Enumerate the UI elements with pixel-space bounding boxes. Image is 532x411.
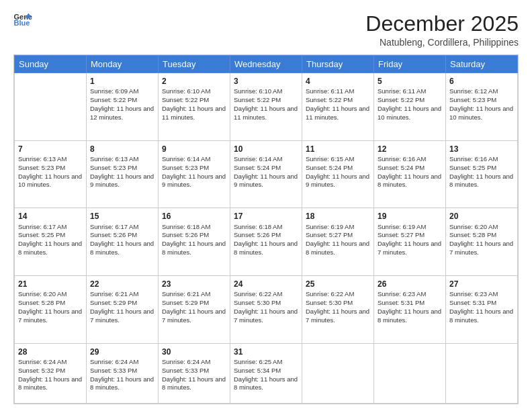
- table-row: 7Sunrise: 6:13 AMSunset: 5:23 PMDaylight…: [15, 140, 518, 208]
- day-number: 3: [234, 76, 298, 87]
- day-number: 2: [162, 76, 226, 87]
- day-info: Sunrise: 6:19 AMSunset: 5:27 PMDaylight:…: [306, 223, 370, 257]
- day-number: 31: [234, 347, 298, 357]
- day-number: 24: [234, 279, 298, 289]
- table-cell: 19Sunrise: 6:19 AMSunset: 5:27 PMDayligh…: [374, 208, 446, 276]
- table-cell: 14Sunrise: 6:17 AMSunset: 5:25 PMDayligh…: [15, 208, 87, 276]
- table-row: 21Sunrise: 6:20 AMSunset: 5:28 PMDayligh…: [15, 276, 518, 344]
- table-cell: 25Sunrise: 6:22 AMSunset: 5:30 PMDayligh…: [302, 276, 374, 344]
- day-number: 25: [306, 279, 370, 289]
- table-cell: 13Sunrise: 6:16 AMSunset: 5:25 PMDayligh…: [446, 140, 518, 208]
- day-number: 26: [378, 279, 442, 289]
- calendar-table: Sunday Monday Tuesday Wednesday Thursday…: [14, 55, 518, 404]
- day-info: Sunrise: 6:20 AMSunset: 5:28 PMDaylight:…: [449, 223, 514, 257]
- day-info: Sunrise: 6:23 AMSunset: 5:31 PMDaylight:…: [449, 290, 514, 324]
- table-cell: [15, 73, 87, 141]
- svg-text:Blue: Blue: [13, 19, 30, 27]
- day-number: 23: [162, 279, 226, 289]
- day-info: Sunrise: 6:22 AMSunset: 5:30 PMDaylight:…: [234, 290, 298, 324]
- day-info: Sunrise: 6:17 AMSunset: 5:25 PMDaylight:…: [18, 223, 83, 257]
- day-number: 22: [90, 279, 154, 289]
- day-number: 17: [234, 211, 298, 222]
- day-number: 16: [162, 211, 226, 222]
- col-monday: Monday: [87, 56, 159, 73]
- table-row: 14Sunrise: 6:17 AMSunset: 5:25 PMDayligh…: [15, 208, 518, 276]
- table-cell: 23Sunrise: 6:21 AMSunset: 5:29 PMDayligh…: [159, 276, 230, 344]
- day-number: 12: [378, 144, 442, 154]
- table-cell: 11Sunrise: 6:15 AMSunset: 5:24 PMDayligh…: [302, 140, 374, 208]
- table-cell: 20Sunrise: 6:20 AMSunset: 5:28 PMDayligh…: [446, 208, 518, 276]
- table-cell: 15Sunrise: 6:17 AMSunset: 5:26 PMDayligh…: [87, 208, 159, 276]
- day-number: 28: [18, 347, 83, 357]
- table-cell: [374, 343, 446, 403]
- day-info: Sunrise: 6:25 AMSunset: 5:34 PMDaylight:…: [234, 358, 298, 392]
- day-info: Sunrise: 6:22 AMSunset: 5:30 PMDaylight:…: [306, 290, 370, 324]
- table-cell: 18Sunrise: 6:19 AMSunset: 5:27 PMDayligh…: [302, 208, 374, 276]
- day-info: Sunrise: 6:24 AMSunset: 5:33 PMDaylight:…: [90, 358, 154, 392]
- table-cell: 22Sunrise: 6:21 AMSunset: 5:29 PMDayligh…: [87, 276, 159, 344]
- day-info: Sunrise: 6:16 AMSunset: 5:25 PMDaylight:…: [449, 155, 514, 189]
- day-number: 5: [378, 76, 442, 87]
- day-info: Sunrise: 6:17 AMSunset: 5:26 PMDaylight:…: [90, 223, 154, 257]
- day-info: Sunrise: 6:19 AMSunset: 5:27 PMDaylight:…: [378, 223, 442, 257]
- day-info: Sunrise: 6:10 AMSunset: 5:22 PMDaylight:…: [162, 87, 226, 122]
- table-cell: 28Sunrise: 6:24 AMSunset: 5:32 PMDayligh…: [15, 343, 87, 403]
- title-block: December 2025 Natubleng, Cordillera, Phi…: [365, 12, 519, 48]
- day-number: 21: [18, 279, 83, 289]
- day-number: 8: [90, 144, 154, 154]
- table-cell: 24Sunrise: 6:22 AMSunset: 5:30 PMDayligh…: [230, 276, 302, 344]
- table-cell: 31Sunrise: 6:25 AMSunset: 5:34 PMDayligh…: [230, 343, 302, 403]
- day-number: 11: [306, 144, 370, 154]
- table-cell: 8Sunrise: 6:13 AMSunset: 5:23 PMDaylight…: [87, 140, 159, 208]
- day-number: 14: [18, 211, 83, 222]
- day-number: 9: [162, 144, 226, 154]
- logo-icon: General Blue: [13, 12, 32, 27]
- col-tuesday: Tuesday: [159, 56, 230, 73]
- day-info: Sunrise: 6:11 AMSunset: 5:22 PMDaylight:…: [378, 87, 442, 122]
- day-info: Sunrise: 6:13 AMSunset: 5:23 PMDaylight:…: [90, 155, 154, 189]
- table-cell: 4Sunrise: 6:11 AMSunset: 5:22 PMDaylight…: [302, 73, 374, 141]
- day-info: Sunrise: 6:21 AMSunset: 5:29 PMDaylight:…: [90, 290, 154, 324]
- col-sunday: Sunday: [15, 56, 87, 73]
- main-title: December 2025: [365, 12, 519, 36]
- day-number: 10: [234, 144, 298, 154]
- subtitle: Natubleng, Cordillera, Philippines: [365, 37, 519, 48]
- table-cell: 30Sunrise: 6:24 AMSunset: 5:33 PMDayligh…: [159, 343, 230, 403]
- table-row: 1Sunrise: 6:09 AMSunset: 5:22 PMDaylight…: [15, 73, 518, 141]
- day-number: 7: [18, 144, 83, 154]
- day-number: 6: [449, 76, 514, 87]
- table-row: 28Sunrise: 6:24 AMSunset: 5:32 PMDayligh…: [15, 343, 518, 403]
- day-number: 27: [449, 279, 514, 289]
- table-cell: 21Sunrise: 6:20 AMSunset: 5:28 PMDayligh…: [15, 276, 87, 344]
- table-cell: [446, 343, 518, 403]
- table-cell: 12Sunrise: 6:16 AMSunset: 5:24 PMDayligh…: [374, 140, 446, 208]
- table-cell: 26Sunrise: 6:23 AMSunset: 5:31 PMDayligh…: [374, 276, 446, 344]
- day-info: Sunrise: 6:21 AMSunset: 5:29 PMDaylight:…: [162, 290, 226, 324]
- table-cell: [302, 343, 374, 403]
- table-cell: 7Sunrise: 6:13 AMSunset: 5:23 PMDaylight…: [15, 140, 87, 208]
- day-number: 13: [449, 144, 514, 154]
- day-info: Sunrise: 6:13 AMSunset: 5:23 PMDaylight:…: [18, 155, 83, 189]
- day-info: Sunrise: 6:15 AMSunset: 5:24 PMDaylight:…: [306, 155, 370, 189]
- col-wednesday: Wednesday: [230, 56, 302, 73]
- day-info: Sunrise: 6:24 AMSunset: 5:32 PMDaylight:…: [18, 358, 83, 392]
- col-thursday: Thursday: [302, 56, 374, 73]
- day-info: Sunrise: 6:24 AMSunset: 5:33 PMDaylight:…: [162, 358, 226, 392]
- header: General Blue December 2025 Natubleng, Co…: [13, 12, 519, 48]
- table-cell: 27Sunrise: 6:23 AMSunset: 5:31 PMDayligh…: [446, 276, 518, 344]
- day-info: Sunrise: 6:14 AMSunset: 5:24 PMDaylight:…: [234, 155, 298, 189]
- day-number: 30: [162, 347, 226, 357]
- table-cell: 17Sunrise: 6:18 AMSunset: 5:26 PMDayligh…: [230, 208, 302, 276]
- day-info: Sunrise: 6:12 AMSunset: 5:23 PMDaylight:…: [449, 87, 514, 122]
- day-info: Sunrise: 6:11 AMSunset: 5:22 PMDaylight:…: [306, 87, 370, 122]
- page: General Blue December 2025 Natubleng, Co…: [0, 0, 532, 411]
- day-info: Sunrise: 6:10 AMSunset: 5:22 PMDaylight:…: [234, 87, 298, 122]
- table-cell: 1Sunrise: 6:09 AMSunset: 5:22 PMDaylight…: [87, 73, 159, 141]
- day-info: Sunrise: 6:16 AMSunset: 5:24 PMDaylight:…: [378, 155, 442, 189]
- day-number: 15: [90, 211, 154, 222]
- table-cell: 3Sunrise: 6:10 AMSunset: 5:22 PMDaylight…: [230, 73, 302, 141]
- day-number: 1: [90, 76, 154, 87]
- day-info: Sunrise: 6:18 AMSunset: 5:26 PMDaylight:…: [162, 223, 226, 257]
- table-cell: 10Sunrise: 6:14 AMSunset: 5:24 PMDayligh…: [230, 140, 302, 208]
- logo: General Blue: [13, 12, 32, 27]
